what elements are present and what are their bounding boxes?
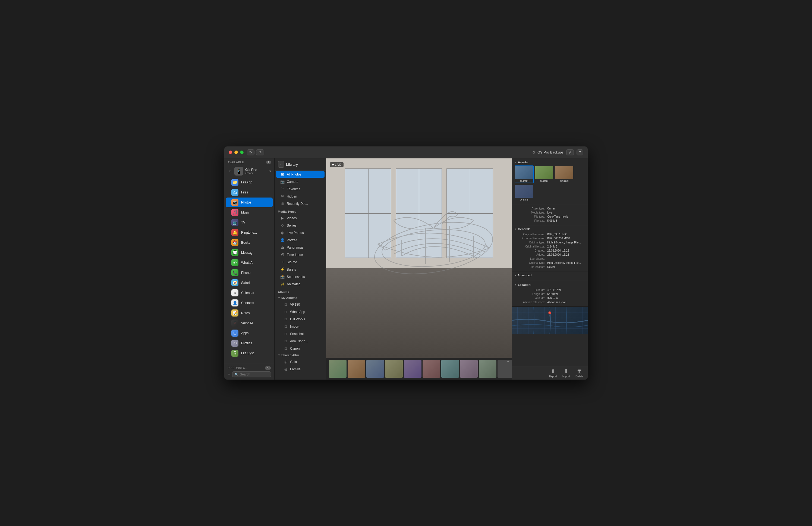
phone-label: Phone: [241, 271, 251, 275]
nav-item-screenshots[interactable]: 📸 Screenshots: [276, 273, 324, 280]
nav-item-hidden[interactable]: 👁 Hidden: [276, 193, 324, 200]
asset-thumb-original-2[interactable]: Original: [514, 184, 534, 202]
nav-item-anni[interactable]: □ Anni Nonn...: [276, 338, 324, 344]
app-item-profiles[interactable]: ⚙ Profiles: [226, 338, 273, 348]
thumb-6[interactable]: [423, 360, 440, 378]
nav-item-recently-deleted[interactable]: 🗑 Recently Del...: [276, 200, 324, 207]
original-type-key: Original type:: [514, 241, 547, 244]
orig-filename-val: IMG_0987.HEIC: [547, 233, 585, 236]
close-button[interactable]: [229, 151, 232, 154]
app-item-safari[interactable]: 🧭 Safari: [226, 278, 273, 288]
location-header: ▼ Location:: [514, 283, 585, 286]
general-collapse-icon[interactable]: ▼: [514, 228, 517, 230]
nav-item-canon[interactable]: □ Canon: [276, 345, 324, 352]
ringtone-label: Ringtone...: [241, 231, 257, 234]
assets-collapse-icon[interactable]: ▼: [514, 161, 517, 164]
thumb-5[interactable]: [404, 360, 421, 378]
device-row[interactable]: ▼ 📱 G's Pro iPhone... ⚙: [224, 165, 274, 177]
export-label: Export: [549, 375, 557, 378]
my-albums-expand[interactable]: ▼ My Albums: [275, 295, 326, 301]
thumb-4[interactable]: [385, 360, 403, 378]
app-item-messages[interactable]: 💬 Messag...: [226, 248, 273, 258]
device-settings-icon[interactable]: ⚙: [269, 170, 271, 173]
nav-item-portrait[interactable]: 👤 Portrait: [276, 237, 324, 243]
thumb-7[interactable]: [441, 360, 459, 378]
recently-deleted-label: Recently Del...: [287, 202, 308, 206]
nav-item-vr180[interactable]: □ VR180: [276, 301, 324, 308]
nav-item-import[interactable]: □ Import: [276, 323, 324, 330]
import-button[interactable]: ⬇ Import: [562, 368, 570, 378]
app-item-books[interactable]: 📚 Books: [226, 238, 273, 247]
added-row: Added: 26.02.2020, 16:23: [514, 253, 585, 257]
maximize-button[interactable]: [240, 151, 244, 154]
file-type-key: File type:: [514, 215, 547, 218]
delete-button[interactable]: 🗑 Delete: [576, 368, 583, 378]
preview-button[interactable]: 👁: [256, 150, 264, 155]
app-item-whatsapp[interactable]: ✆ WhatsA...: [226, 258, 273, 268]
transfer-button[interactable]: ⇄: [566, 150, 574, 155]
app-item-tv[interactable]: 📺 TV: [226, 218, 273, 227]
animated-label: Animated: [287, 282, 301, 286]
nav-item-videos[interactable]: ▶ Videos: [276, 215, 324, 222]
nav-item-slomo[interactable]: ⏸ Slo-mo: [276, 259, 324, 266]
thumb-8[interactable]: [460, 360, 478, 378]
asset-thumb-original-1[interactable]: Original: [555, 166, 574, 183]
nav-item-animated[interactable]: ✨ Animated: [276, 281, 324, 287]
app-item-music[interactable]: 🎵 Music: [226, 208, 273, 217]
thumb-9[interactable]: [479, 360, 496, 378]
nav-item-all-photos[interactable]: ⊞ All Photos: [276, 171, 324, 178]
device-collapse-icon[interactable]: ▼: [228, 170, 232, 172]
add-button[interactable]: +: [228, 372, 230, 377]
nav-item-timelapse[interactable]: ⏱ Time-lapse: [276, 251, 324, 258]
thumb-1[interactable]: [329, 360, 347, 378]
minimize-button[interactable]: [234, 151, 238, 154]
thumb-3[interactable]: [366, 360, 384, 378]
asset-thumb-current-1[interactable]: Current: [514, 166, 534, 183]
thumb-2[interactable]: [348, 360, 365, 378]
app-item-filesys[interactable]: 🗄 File Syst...: [226, 348, 273, 358]
nav-item-whatsapp-album[interactable]: □ WhatsApp: [276, 308, 324, 315]
nav-item-selfies[interactable]: ☺ Selfies: [276, 222, 324, 229]
app-item-calendar[interactable]: 4 Calendar: [226, 288, 273, 298]
export-button[interactable]: ⬆ Export: [549, 368, 557, 378]
file-size-val: 5.09 MB: [547, 219, 585, 222]
map-area[interactable]: 📍: [512, 307, 588, 334]
back-button[interactable]: ‹: [278, 161, 284, 168]
nav-item-snapchat[interactable]: □ Snapchat: [276, 330, 324, 337]
shared-albums-expand[interactable]: ▼ Shared Albu...: [275, 352, 326, 358]
refresh-button[interactable]: ↻: [247, 150, 255, 155]
location-collapse-icon[interactable]: ▼: [514, 284, 517, 286]
nav-item-famille[interactable]: ◎ Famille: [276, 366, 324, 372]
app-item-notes[interactable]: 📝 Notes: [226, 308, 273, 318]
search-input[interactable]: [240, 372, 269, 376]
nav-item-panoramas[interactable]: ⛰ Panoramas: [276, 244, 324, 251]
nav-item-camera[interactable]: 📷 Camera: [276, 178, 324, 185]
nav-item-bursts[interactable]: ⚡ Bursts: [276, 266, 324, 273]
books-label: Books: [241, 241, 250, 244]
media-type-val: Live: [547, 211, 585, 214]
panoramas-icon: ⛰: [280, 245, 285, 250]
asset-thumb-current-2[interactable]: Current: [535, 166, 554, 183]
app-item-ringtone[interactable]: 🔔 Ringtone...: [226, 228, 273, 238]
help-button[interactable]: ?: [577, 150, 583, 155]
nav-item-dji[interactable]: □ DJI Works: [276, 316, 324, 323]
live-photos-label: Live Photos: [287, 231, 304, 235]
exported-filename-val: IMG_005750.MOV: [547, 237, 585, 240]
app-item-apps[interactable]: ⊞ Apps: [226, 328, 273, 338]
general-header: ▼ General:: [514, 227, 585, 231]
thumb-10[interactable]: [497, 360, 512, 378]
strip-collapse-icon[interactable]: ▲: [507, 359, 509, 362]
app-item-phone[interactable]: 📞 Phone: [226, 268, 273, 278]
file-location-val: Device: [547, 266, 585, 268]
app-item-files[interactable]: 🗂 Files: [226, 187, 273, 197]
nav-item-gaia[interactable]: ◎ Gaia: [276, 358, 324, 365]
nav-item-favorites[interactable]: ♡ Favorites: [276, 186, 324, 193]
nav-item-live-photos[interactable]: ◎ Live Photos: [276, 229, 324, 236]
app-item-voicememo[interactable]: 🎙 Voice M...: [226, 318, 273, 328]
advanced-collapse-icon[interactable]: ▶: [514, 274, 516, 276]
app-item-fileapp[interactable]: 📁 FileApp: [226, 177, 273, 187]
app-item-contacts[interactable]: 👤 Contacts: [226, 298, 273, 308]
main-window: ↻ 👁 ⟳ G's Pro Backups ⇄ ? AVAILABLE 1 ▼ …: [224, 146, 588, 380]
dji-label: DJI Works: [290, 317, 305, 321]
app-item-photos[interactable]: 📷 Photos: [226, 198, 273, 207]
